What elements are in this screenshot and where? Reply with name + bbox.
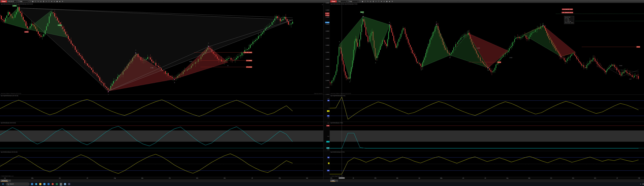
- price-plot[interactable]: hpcXABCDIndicator (HO 03-23); hpcHOSIndi…: [0, 3, 323, 95]
- network-icon[interactable]: ▤: [642, 183, 644, 185]
- instrument-selector[interactable]: ^VIX ▼: [337, 1, 348, 3]
- interval-selector[interactable]: Daily ▼: [348, 1, 359, 3]
- chart-tab[interactable]: HO 03-23: [1, 180, 8, 182]
- add-tab-button[interactable]: +: [336, 180, 338, 182]
- add-tab-button[interactable]: +: [9, 180, 11, 182]
- time-axis-scale[interactable]: AprMayJunJulAugSepOctNovDec23FebMar: [0, 177, 323, 179]
- price-axis-tick: 3.6000: [326, 38, 329, 39]
- harmonic-pattern[interactable]: [608, 68, 638, 72]
- search-input[interactable]: Search: [6, 182, 29, 185]
- pattern-tooltip-line: D = 1.618 XA: [565, 21, 573, 22]
- grid-icon[interactable]: ≡: [375, 1, 377, 3]
- candle-body: [417, 62, 418, 63]
- chart-style-icon[interactable]: ▦: [361, 1, 364, 3]
- price-plot[interactable]: hpcXABCDIndicator (^VIX); hpcHOSIndicato…: [330, 3, 644, 95]
- pattern-vertex-label: B: [363, 13, 364, 14]
- time-axis[interactable]: Nov22FebMarAprMayJunJulAugSepOctNovDec23…: [330, 177, 644, 179]
- time-axis-scale[interactable]: Nov22FebMarAprMayJunJulAugSepOctNovDec23…: [330, 177, 644, 179]
- text-note-icon[interactable]: T: [378, 1, 380, 3]
- indicator-plot[interactable]: hpcAmpDODIndicator (HO 03-23): [0, 95, 323, 122]
- candle-body: [6, 16, 7, 18]
- pattern-vertex-label: 0.618: [619, 65, 622, 66]
- crosshair-icon[interactable]: ╋: [42, 1, 45, 3]
- cursor-icon[interactable]: ◎: [40, 1, 42, 3]
- indicator-panel: hpcAmpDODIndicator (^VIX)1000-10080-80-1…: [330, 95, 644, 122]
- candle-body: [579, 61, 580, 62]
- alerts-icon[interactable]: ◆: [388, 1, 391, 3]
- candle-body: [414, 54, 415, 56]
- excel-icon[interactable]: [55, 182, 58, 186]
- zoom-out-icon[interactable]: ⊖: [53, 1, 56, 3]
- indicator-plot[interactable]: hpcAmpDODIndicator (^VIX): [330, 95, 644, 122]
- indicator-axis[interactable]: 1000-10080-80-30: [323, 95, 330, 122]
- start-button[interactable]: ⊞: [1, 182, 5, 186]
- drawing-tools-icon[interactable]: ✎: [367, 1, 369, 3]
- collapse-panel-icon[interactable]: «: [322, 4, 323, 5]
- calculator-icon[interactable]: [68, 182, 71, 186]
- alerts-icon[interactable]: ◆: [58, 1, 61, 3]
- indicator-axis[interactable]: 500-5055-556: [323, 151, 330, 177]
- candle-body: [40, 36, 42, 37]
- price-axis[interactable]: 4.60004.40004.20004.00003.80003.60003.40…: [323, 3, 330, 95]
- harmonic-pattern[interactable]: [340, 16, 363, 79]
- candle-body: [359, 40, 360, 46]
- candle-body: [591, 61, 591, 61]
- indicators-icon[interactable]: ƒ: [34, 1, 37, 3]
- chrome-icon[interactable]: [51, 182, 54, 186]
- properties-icon[interactable]: ⚙: [391, 1, 394, 3]
- candle-body: [390, 25, 391, 28]
- instrument-selector[interactable]: HO 03-23 ▼: [8, 1, 18, 3]
- harmonic-pattern[interactable]: [363, 16, 390, 60]
- candle-body: [24, 20, 25, 22]
- indicators-icon[interactable]: ƒ: [364, 1, 366, 3]
- edge-icon[interactable]: [34, 182, 38, 186]
- text-note-icon[interactable]: T: [48, 1, 50, 3]
- widgets-icon[interactable]: [30, 182, 34, 186]
- candle-body: [595, 59, 596, 61]
- pattern-vertex-label: 0.886: [477, 47, 480, 49]
- chart-tab[interactable]: ^VIX: [330, 180, 336, 182]
- candle-body: [563, 58, 563, 58]
- indicator-axis[interactable]: 1.000.500.000.900.060.30: [323, 122, 330, 151]
- crosshair-icon[interactable]: ╋: [372, 1, 374, 3]
- zoom-in-icon[interactable]: ⊕: [50, 1, 53, 3]
- candle-body: [511, 46, 512, 47]
- candle-body: [246, 50, 246, 50]
- notepad-icon[interactable]: [63, 182, 67, 186]
- file-explorer-icon[interactable]: [39, 182, 42, 186]
- zoom-in-icon[interactable]: ⊕: [380, 1, 383, 3]
- snapshot-icon[interactable]: ▣: [56, 1, 58, 3]
- candle-body: [250, 45, 251, 48]
- snapshot-icon[interactable]: ▣: [386, 1, 388, 3]
- drawing-tools-icon[interactable]: ✎: [37, 1, 40, 3]
- chart-style-icon[interactable]: ▦: [32, 1, 34, 3]
- tray-expand-icon[interactable]: ∧: [640, 183, 641, 185]
- indicator-plot[interactable]: hpcHOSIndicator (^VIX): [330, 122, 644, 151]
- candle-body: [408, 39, 408, 43]
- store-icon[interactable]: [43, 182, 46, 186]
- mail-icon[interactable]: [47, 182, 50, 186]
- candle-body: [255, 40, 256, 41]
- chevron-down-icon: ▼: [28, 1, 29, 2]
- grid-icon[interactable]: ≡: [45, 1, 48, 3]
- candle-body: [626, 70, 626, 72]
- candle-body: [598, 64, 598, 65]
- time-axis[interactable]: AprMayJunJulAugSepOctNovDec23FebMar: [0, 177, 330, 179]
- candle-body: [620, 72, 620, 75]
- properties-icon[interactable]: ⚙: [61, 1, 64, 3]
- ninjatrader-icon[interactable]: N: [59, 182, 62, 186]
- candle-body: [590, 61, 590, 63]
- interval-selector[interactable]: Daily ▼: [19, 1, 30, 3]
- cursor-icon[interactable]: ◎: [370, 1, 372, 3]
- indicator-plot[interactable]: hpcHOSDivIndicator (^VIX)© 2023 NinjaTra…: [330, 151, 644, 177]
- harmonic-pattern[interactable]: [421, 24, 450, 67]
- time-axis-label: Jun: [59, 177, 61, 179]
- mail-icon-glyph: [48, 183, 50, 185]
- indicator-plot[interactable]: hpcHOSIndicator (HO 03-23): [0, 122, 323, 151]
- zoom-out-icon[interactable]: ⊖: [383, 1, 385, 3]
- indicator-plot[interactable]: hpcHOSDivIndicator (HO 03-23)© 2023 Ninj…: [0, 151, 323, 177]
- time-axis-label: Nov: [196, 177, 198, 179]
- candle-body: [366, 27, 366, 35]
- harmonic-pattern[interactable]: [608, 68, 638, 76]
- candle-body: [602, 68, 603, 69]
